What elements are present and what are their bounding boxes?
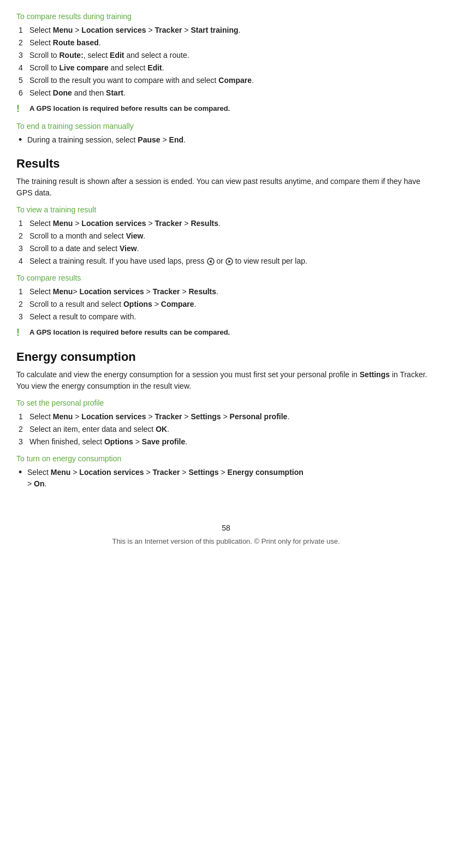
section-heading-personal-profile: To set the personal profile [16,397,436,409]
profile-step-3: 3 When finished, select Options > Save p… [16,436,436,448]
section-end-training: To end a training session manually • Dur… [16,121,436,146]
results-body: The training result is shown after a ses… [16,176,436,199]
compare-step-1: 1 Select Menu> Location services > Track… [16,286,436,298]
view-step-4: 4 Select a training result. If you have … [16,255,436,267]
step-6: 6 Select Done and then Start. [16,87,436,99]
section-heading-turn-on-energy: To turn on energy consumption [16,453,436,465]
section-view-result: To view a training result 1 Select Menu … [16,204,436,267]
section-compare-training: To compare results during training 1 Sel… [16,11,436,115]
section-compare-results: To compare results 1 Select Menu> Locati… [16,272,436,339]
section-results: Results The training result is shown aft… [16,154,436,339]
step-4: 4 Scroll to Live compare and select Edit… [16,62,436,74]
note-compare-training: ! A GPS location is required before resu… [16,103,436,115]
nav-left-icon [207,258,215,265]
note-text-compare-results: A GPS location is required before result… [29,327,230,338]
energy-bullet-1: • Select Menu > Location services > Trac… [16,467,436,490]
section-heading-compare-training: To compare results during training [16,11,436,22]
steps-list-compare-results: 1 Select Menu> Location services > Track… [16,286,436,323]
note-text-compare-training: A GPS location is required before result… [29,103,230,114]
steps-list-turn-on-energy: • Select Menu > Location services > Trac… [16,467,436,490]
steps-list-compare-training: 1 Select Menu > Location services > Trac… [16,25,436,99]
section-heading-compare-results: To compare results [16,272,436,284]
step-bullet-1: • During a training session, select Paus… [16,134,436,146]
view-step-1: 1 Select Menu > Location services > Trac… [16,218,436,229]
steps-list-end-training: • During a training session, select Paus… [16,134,436,146]
section-personal-profile: To set the personal profile 1 Select Men… [16,397,436,448]
page-footer: 58 This is an Internet version of this p… [16,522,436,547]
view-step-2: 2 Scroll to a month and select View. [16,230,436,242]
compare-step-2: 2 Scroll to a result and select Options … [16,299,436,310]
step-2: 2 Select Route based. [16,37,436,49]
profile-step-1: 1 Select Menu > Location services > Trac… [16,411,436,423]
step-5: 5 Scroll to the result you want to compa… [16,75,436,86]
energy-title: Energy consumption [16,348,436,366]
nav-right-icon [225,258,233,265]
svg-marker-1 [209,260,211,264]
compare-step-3: 3 Select a result to compare with. [16,311,436,323]
steps-list-view-result: 1 Select Menu > Location services > Trac… [16,218,436,267]
section-turn-on-energy: To turn on energy consumption • Select M… [16,453,436,490]
profile-step-2: 2 Select an item, enter data and select … [16,424,436,435]
energy-body: To calculate and view the energy consump… [16,369,436,392]
note-icon: ! [16,103,25,115]
section-energy-consumption: Energy consumption To calculate and view… [16,348,436,490]
svg-marker-3 [228,260,230,264]
note-icon-2: ! [16,327,25,339]
step-1: 1 Select Menu > Location services > Trac… [16,25,436,36]
section-heading-end-training: To end a training session manually [16,121,436,132]
page-number: 58 [16,522,436,534]
footnote: This is an Internet version of this publ… [16,536,436,547]
page-content: To compare results during training 1 Sel… [16,11,436,546]
view-step-3: 3 Scroll to a date and select View. [16,243,436,254]
steps-list-personal-profile: 1 Select Menu > Location services > Trac… [16,411,436,448]
step-3: 3 Scroll to Route:, select Edit and sele… [16,50,436,61]
note-compare-results: ! A GPS location is required before resu… [16,327,436,339]
results-title: Results [16,154,436,173]
section-heading-view-result: To view a training result [16,204,436,216]
